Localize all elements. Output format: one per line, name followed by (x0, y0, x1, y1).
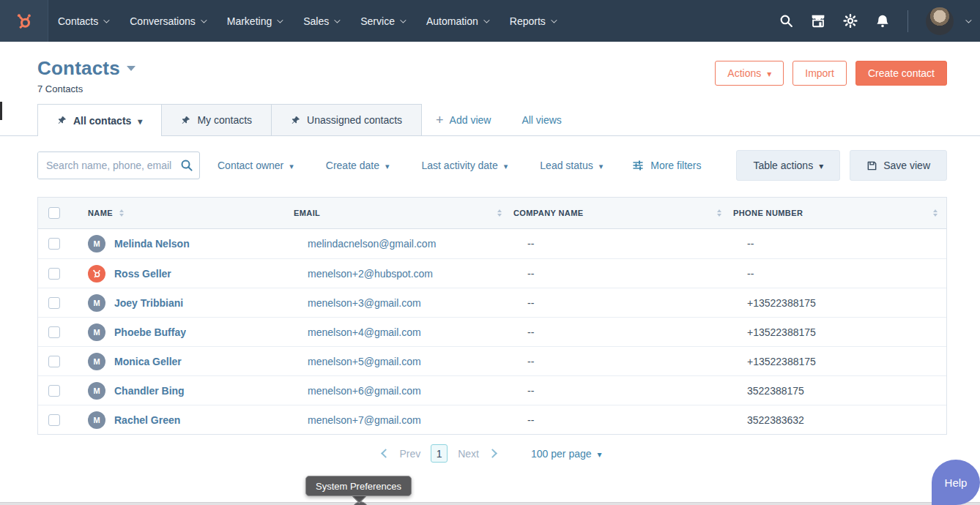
column-header-company-name[interactable]: Company name (511, 198, 730, 228)
next-label[interactable]: Next (458, 448, 479, 460)
contact-email-link[interactable]: menelson+4@gmail.com (291, 326, 511, 338)
name-cell: Ross Geller (85, 265, 291, 283)
filter-create-date[interactable]: Create date (326, 160, 390, 171)
actions-button[interactable]: Actions (715, 61, 784, 86)
prev-label[interactable]: Prev (399, 448, 420, 460)
nav-item-reports[interactable]: Reports (510, 15, 555, 27)
table-row: Ross Gellermenelson+2@hubspot.com---- (38, 258, 946, 288)
contact-email-link[interactable]: menelson+5@gmail.com (291, 356, 511, 367)
name-cell: MPhoebe Buffay (85, 323, 291, 341)
pager: Prev 1 Next (382, 444, 496, 463)
contact-name-link[interactable]: Monica Geller (114, 356, 182, 367)
contact-name-link[interactable]: Ross Geller (114, 268, 171, 280)
column-header-name[interactable]: Name (85, 198, 291, 228)
contact-name-link[interactable]: Chandler Bing (114, 385, 185, 397)
tab-all-contacts[interactable]: All contacts (37, 104, 162, 136)
system-preferences-tooltip: System Preferences (305, 476, 412, 496)
row-checkbox[interactable] (48, 326, 60, 338)
row-checkbox[interactable] (48, 385, 60, 397)
per-page-dropdown[interactable]: 100 per page (531, 448, 602, 460)
create-contact-button[interactable]: Create contact (855, 61, 947, 86)
table-row: MRachel Greenmenelson+7@gmail.com--35223… (38, 405, 946, 434)
row-checkbox-cell (38, 347, 85, 375)
nav-item-automation[interactable]: Automation (426, 15, 488, 27)
row-checkbox-cell (38, 288, 85, 317)
row-checkbox[interactable] (48, 297, 60, 309)
select-all-checkbox[interactable] (48, 207, 60, 219)
filter-label: Contact owner (218, 160, 283, 171)
row-checkbox[interactable] (48, 356, 60, 367)
settings-gear-icon[interactable] (843, 14, 858, 29)
search-box (37, 152, 200, 179)
row-checkbox[interactable] (48, 238, 60, 250)
import-button[interactable]: Import (792, 61, 847, 86)
row-checkbox[interactable] (48, 268, 60, 280)
nav-item-sales[interactable]: Sales (303, 15, 338, 27)
contact-email-link[interactable]: menelson+3@gmail.com (291, 297, 511, 309)
hubspot-logo[interactable] (0, 0, 48, 42)
nav-item-service[interactable]: Service (360, 15, 404, 27)
search-icon[interactable] (779, 14, 793, 29)
contact-name-link[interactable]: Melinda Nelson (114, 238, 190, 250)
nav-item-contacts[interactable]: Contacts (58, 15, 108, 27)
table-actions-button[interactable]: Table actions (736, 150, 840, 181)
pin-icon (57, 116, 67, 125)
tab-label: Unassigned contacts (307, 114, 402, 126)
company-cell: -- (511, 268, 730, 280)
prev-page-chevron-icon[interactable] (382, 449, 391, 458)
search-submit-icon[interactable] (174, 152, 199, 179)
nav-right-icons (779, 0, 980, 42)
caret-icon (385, 160, 390, 171)
save-view-button[interactable]: Save view (850, 150, 947, 181)
more-filters-button[interactable]: More filters (632, 160, 701, 171)
name-cell: MJoey Tribbiani (85, 294, 291, 312)
user-avatar[interactable] (926, 7, 954, 35)
row-checkbox-cell (38, 229, 85, 258)
user-menu-chevron-icon[interactable] (965, 17, 971, 23)
filter-label: Last activity date (422, 160, 498, 171)
marketplace-icon[interactable] (811, 14, 825, 29)
contact-email-link[interactable]: menelson+7@gmail.com (291, 414, 511, 426)
phone-cell: +13522388175 (730, 356, 946, 367)
contact-name-link[interactable]: Joey Tribbiani (114, 297, 183, 309)
add-view-link[interactable]: Add view (436, 113, 491, 127)
contact-name-link[interactable]: Phoebe Buffay (114, 326, 186, 338)
phone-cell: +13522388175 (730, 326, 946, 338)
table-row: MMonica Gellermenelson+5@gmail.com--+135… (38, 346, 946, 375)
table-row: MMelinda Nelsonmelindacnelson@gmail.com-… (38, 229, 946, 258)
column-header-phone-number[interactable]: Phone number (730, 198, 946, 228)
tabs-container: All contactsMy contactsUnassigned contac… (37, 104, 422, 135)
sort-icon[interactable] (497, 209, 502, 217)
sort-icon[interactable] (717, 209, 721, 217)
filter-contact-owner[interactable]: Contact owner (218, 160, 294, 171)
all-views-link[interactable]: All views (521, 114, 561, 126)
table-row: MChandler Bingmenelson+6@gmail.com--3522… (38, 375, 946, 405)
contact-email-link[interactable]: menelson+6@gmail.com (291, 385, 511, 397)
contact-email-link[interactable]: melindacnelson@gmail.com (291, 238, 511, 250)
row-checkbox[interactable] (48, 414, 60, 426)
sort-icon[interactable] (119, 209, 124, 217)
view-tabs: All contactsMy contactsUnassigned contac… (0, 104, 980, 136)
table-header-row: NameEmailCompany namePhone number (38, 198, 946, 229)
filter-lead-status[interactable]: Lead status (540, 160, 603, 171)
nav-item-conversations[interactable]: Conversations (130, 15, 205, 27)
sort-icon[interactable] (933, 209, 938, 217)
pagination-row: Prev 1 Next 100 per page (0, 444, 980, 463)
column-label: Company name (513, 209, 583, 217)
name-cell: MMelinda Nelson (85, 235, 291, 252)
nav-item-marketing[interactable]: Marketing (227, 15, 281, 27)
contact-name-link[interactable]: Rachel Green (114, 414, 180, 426)
caret-icon (767, 67, 771, 79)
tab-my-contacts[interactable]: My contacts (162, 104, 272, 135)
page-title-dropdown[interactable]: Contacts (37, 57, 136, 80)
search-input[interactable] (38, 152, 174, 179)
column-header-email[interactable]: Email (291, 198, 511, 228)
current-page-button[interactable]: 1 (431, 444, 448, 463)
help-button[interactable]: Help (932, 460, 980, 505)
filter-last-activity-date[interactable]: Last activity date (422, 160, 508, 171)
next-page-chevron-icon[interactable] (488, 449, 497, 458)
notifications-bell-icon[interactable] (875, 14, 890, 29)
tab-unassigned-contacts[interactable]: Unassigned contacts (272, 104, 422, 135)
contact-email-link[interactable]: menelson+2@hubspot.com (291, 268, 511, 280)
phone-cell: +13522388175 (730, 297, 946, 309)
